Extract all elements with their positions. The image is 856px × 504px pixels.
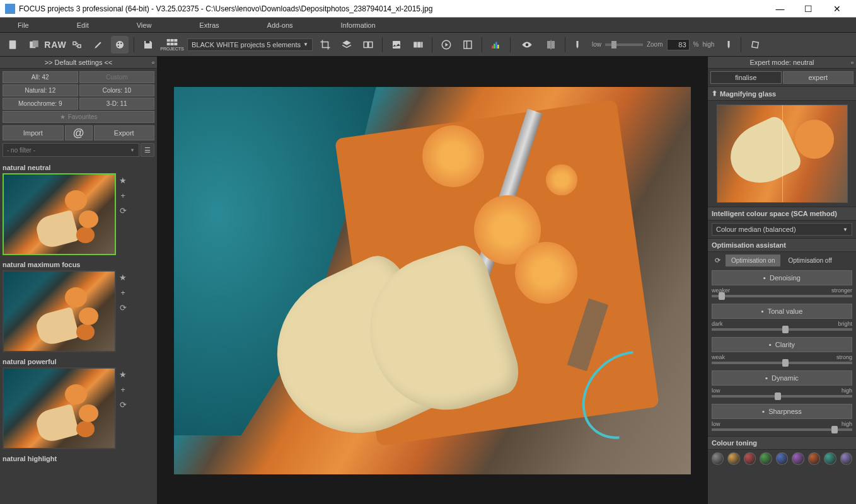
tone-swatch[interactable] bbox=[840, 452, 852, 465]
colour-toning-header: Colour toning bbox=[708, 436, 856, 450]
refresh-icon[interactable]: ⟳ bbox=[119, 400, 127, 409]
save-icon[interactable] bbox=[139, 36, 157, 54]
adj-right-label: high bbox=[842, 387, 852, 394]
sca-dropdown[interactable]: Colour median (balanced) ▼ bbox=[712, 223, 852, 236]
cat-all-button[interactable]: All: 42 bbox=[3, 71, 78, 83]
palette-icon[interactable] bbox=[111, 36, 129, 54]
projects-icon[interactable]: PROJECTS bbox=[161, 36, 183, 54]
adjustment-slider[interactable] bbox=[712, 295, 852, 297]
cat-custom-button[interactable]: Custom bbox=[79, 71, 155, 83]
menu-information[interactable]: Information bbox=[336, 20, 381, 30]
preset-thumbnail[interactable] bbox=[3, 173, 116, 255]
plus-icon[interactable]: + bbox=[119, 288, 127, 297]
tone-swatch[interactable] bbox=[824, 452, 836, 465]
flip-icon[interactable] bbox=[542, 36, 560, 54]
magnifier-preview[interactable] bbox=[717, 105, 848, 203]
preset-thumbnail[interactable] bbox=[3, 270, 116, 352]
adjustment-button[interactable]: ▪ Clarity bbox=[712, 337, 852, 352]
filter-options-icon[interactable]: ☰ bbox=[141, 143, 154, 157]
adjustment-button[interactable]: ▪ Sharpness bbox=[712, 404, 852, 419]
cat-3d-button[interactable]: 3-D: 11 bbox=[79, 98, 155, 110]
marker-high-icon[interactable] bbox=[718, 36, 736, 54]
at-button[interactable]: @ bbox=[65, 125, 93, 140]
tone-swatch[interactable] bbox=[760, 452, 772, 465]
refresh-icon[interactable]: ⟳ bbox=[712, 255, 723, 266]
preset-label: natural maximum focus bbox=[3, 259, 154, 270]
menu-edit[interactable]: Edit bbox=[72, 20, 94, 30]
zoom-low-label: low bbox=[592, 41, 601, 48]
marker-low-icon[interactable] bbox=[570, 36, 588, 54]
histogram-icon[interactable] bbox=[487, 36, 505, 54]
menu-view[interactable]: View bbox=[132, 20, 157, 30]
menu-extras[interactable]: Extras bbox=[194, 20, 224, 30]
canvas-area[interactable] bbox=[158, 57, 707, 504]
eye-icon[interactable] bbox=[516, 36, 538, 54]
svg-rect-26 bbox=[494, 43, 495, 49]
star-icon[interactable]: ★ bbox=[119, 273, 127, 282]
crop-icon[interactable] bbox=[316, 36, 334, 54]
brush-icon[interactable] bbox=[90, 36, 107, 54]
star-icon[interactable]: ★ bbox=[119, 370, 127, 379]
tone-swatch[interactable] bbox=[808, 452, 820, 465]
play-icon[interactable] bbox=[437, 36, 455, 54]
adjustment-slider[interactable] bbox=[712, 328, 852, 331]
preset-item: natural neutral ★ + ⟳ bbox=[3, 162, 154, 255]
tone-swatch[interactable] bbox=[712, 452, 724, 465]
minimize-button[interactable]: — bbox=[766, 0, 794, 18]
zoom-slider-low[interactable] bbox=[605, 43, 643, 46]
tone-swatch[interactable] bbox=[727, 452, 739, 465]
maximize-button[interactable]: ☐ bbox=[794, 0, 823, 18]
favourites-button[interactable]: ★ Favourites bbox=[3, 111, 154, 123]
menu-addons[interactable]: Add-ons bbox=[262, 20, 298, 30]
refresh-icon[interactable]: ⟳ bbox=[119, 303, 127, 312]
adjustment-block: ▪ Sharpness low high bbox=[708, 403, 856, 436]
tone-swatch[interactable] bbox=[744, 452, 756, 465]
preset-dropdown[interactable]: BLACK WHITE projects 5 elements ▼ bbox=[187, 38, 313, 51]
raw-button[interactable]: RAW bbox=[47, 36, 64, 54]
adjustment-button[interactable]: ▪ Tonal value bbox=[712, 304, 852, 319]
documents-icon[interactable] bbox=[25, 36, 43, 54]
settings-icon[interactable] bbox=[68, 36, 86, 54]
export-button[interactable]: Export bbox=[94, 125, 155, 140]
cat-colors-button[interactable]: Colors: 10 bbox=[79, 84, 155, 96]
close-button[interactable]: ✕ bbox=[823, 0, 851, 18]
svg-point-6 bbox=[118, 42, 119, 43]
tone-swatch[interactable] bbox=[792, 452, 804, 465]
cat-mono-button[interactable]: Monochrome: 9 bbox=[3, 98, 78, 110]
opt-on-button[interactable]: Optimisation on bbox=[726, 255, 780, 266]
adjustment-button[interactable]: ▪ Denoising bbox=[712, 270, 852, 285]
plus-icon[interactable]: + bbox=[119, 385, 127, 394]
opt-off-button[interactable]: Optimisation off bbox=[783, 255, 836, 266]
magnifying-header[interactable]: ⬆ Magnifying glass bbox=[708, 86, 856, 101]
star-icon[interactable]: ★ bbox=[119, 176, 127, 185]
right-panel-title: Expert mode: neutral bbox=[749, 59, 814, 66]
tab-expert[interactable]: expert bbox=[783, 71, 854, 84]
zoom-input[interactable] bbox=[667, 39, 690, 50]
adjustment-button[interactable]: ▪ Dynamic bbox=[712, 370, 852, 386]
adjustment-slider[interactable] bbox=[712, 395, 852, 398]
filter-dropdown[interactable]: - no filter - ▼ bbox=[3, 143, 139, 157]
preset-label: natural highlight bbox=[3, 453, 154, 464]
cat-natural-button[interactable]: Natural: 12 bbox=[3, 84, 78, 96]
layers-icon[interactable] bbox=[338, 36, 356, 54]
adj-left-label: low bbox=[712, 387, 720, 394]
refresh-icon[interactable]: ⟳ bbox=[119, 206, 127, 215]
panel-collapse-icon[interactable]: ▫ bbox=[851, 59, 853, 66]
preset-thumbnail[interactable] bbox=[3, 367, 116, 449]
compare-icon[interactable] bbox=[359, 36, 377, 54]
rotate-crop-icon[interactable] bbox=[746, 36, 764, 54]
adjustment-slider[interactable] bbox=[712, 362, 852, 364]
plus-icon[interactable]: + bbox=[119, 191, 127, 200]
menu-file[interactable]: File bbox=[13, 20, 34, 30]
export-image-icon[interactable] bbox=[388, 36, 405, 54]
panel-collapse-icon[interactable]: ▫ bbox=[152, 59, 154, 66]
adjustment-slider[interactable] bbox=[712, 428, 852, 431]
new-document-icon[interactable] bbox=[4, 36, 21, 54]
panel-icon[interactable] bbox=[459, 36, 477, 54]
adj-right-label: stronger bbox=[831, 287, 852, 294]
tone-swatch[interactable] bbox=[776, 452, 788, 465]
tab-finalise[interactable]: finalise bbox=[710, 71, 782, 84]
import-button[interactable]: Import bbox=[3, 125, 64, 140]
svg-rect-19 bbox=[414, 42, 417, 47]
batch-icon[interactable] bbox=[409, 36, 427, 54]
